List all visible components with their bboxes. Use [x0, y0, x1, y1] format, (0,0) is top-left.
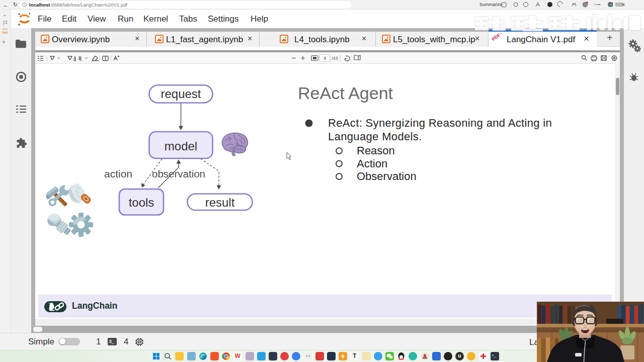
svg-text:model: model: [165, 139, 197, 153]
svg-text:Action: Action: [357, 157, 387, 170]
svg-text:ReAct Agent: ReAct Agent: [298, 83, 393, 103]
svg-text:tools: tools: [129, 196, 154, 209]
svg-text:/43: /43: [332, 56, 338, 61]
svg-text:result: result: [205, 196, 235, 209]
svg-text:Observation: Observation: [357, 170, 417, 183]
svg-text:observation: observation: [152, 168, 205, 179]
svg-text:Language Models.: Language Models.: [328, 130, 422, 143]
svg-text:request: request: [160, 87, 201, 101]
svg-text:action: action: [104, 168, 132, 179]
svg-text:ReAct: Synergizing Reasoning a: ReAct: Synergizing Reasoning and Acting …: [328, 117, 552, 129]
svg-text:Reason: Reason: [357, 144, 395, 157]
svg-text:4: 4: [324, 56, 326, 61]
